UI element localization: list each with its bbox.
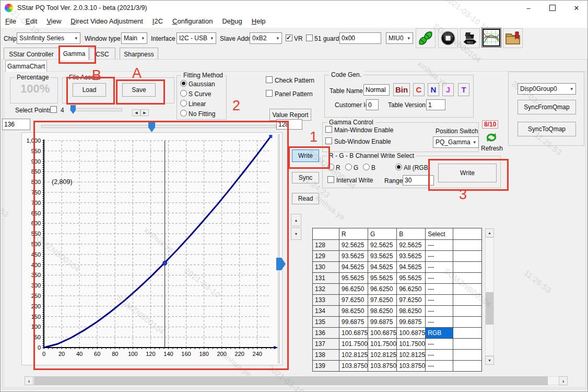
sub-window-enable-checkbox[interactable]	[325, 137, 332, 144]
value-cell[interactable]: ---	[426, 284, 453, 295]
sync-from-qmap-button[interactable]: SyncFromQmap	[518, 100, 576, 114]
load-button[interactable]: Load	[73, 83, 106, 97]
tab-gamma[interactable]: Gamma	[60, 47, 89, 60]
value-cell[interactable]	[453, 361, 482, 372]
value-cell[interactable]	[453, 328, 482, 339]
menu-item-debug[interactable]: Debug	[217, 15, 246, 28]
value-cell[interactable]: 100.6875	[397, 328, 426, 339]
table-row[interactable]: 13599.687599.687599.6875---	[313, 317, 482, 328]
table-row[interactable]: 136100.6875100.6875100.6875RGB	[313, 328, 482, 339]
row-index-cell[interactable]: 131	[313, 273, 339, 284]
value-cell[interactable]	[453, 350, 482, 361]
value-cell[interactable]: 99.6875	[397, 317, 426, 328]
value-cell[interactable]: ---	[426, 361, 453, 372]
menu-item-view[interactable]: View	[42, 15, 66, 28]
range-input[interactable]	[403, 175, 434, 186]
value-cell[interactable]	[453, 317, 482, 328]
value-cell[interactable]	[453, 273, 482, 284]
table-row[interactable]: 13397.625097.625097.6250---	[313, 295, 482, 306]
value-cell[interactable]: 100.6875	[368, 328, 397, 339]
minimize-button[interactable]: –	[516, 1, 540, 15]
vr-checkbox[interactable]	[286, 34, 292, 41]
fitting-radio-s-curve[interactable]	[180, 90, 187, 97]
close-button[interactable]: ✕	[565, 1, 588, 15]
value-cell[interactable]: 93.5625	[397, 251, 426, 262]
row-index-cell[interactable]: 138	[313, 350, 339, 361]
disp-group-select[interactable]: Disp0Group0▾	[518, 83, 576, 95]
save-button[interactable]: Save	[122, 83, 156, 97]
value-cell[interactable]: 97.6250	[397, 295, 426, 306]
check-pattern-checkbox[interactable]	[266, 76, 273, 83]
bottom-scrollbar-thumb[interactable]	[34, 376, 548, 385]
tab-gammachart[interactable]: GammaChart	[5, 60, 47, 72]
table-row[interactable]: 13195.562595.562595.5625---	[313, 273, 482, 284]
table-row[interactable]: 13498.625098.625098.6250---	[313, 306, 482, 317]
points-right-arrow-button[interactable]: ▶	[140, 109, 149, 116]
value-cell[interactable]: ---	[426, 251, 453, 262]
value-cell[interactable]: 103.8750	[368, 361, 397, 372]
value-cell[interactable]: 99.6875	[368, 317, 397, 328]
value-cell[interactable]: 103.8750	[339, 361, 368, 372]
value-cell[interactable]: 98.6250	[368, 306, 397, 317]
interval-write-checkbox[interactable]	[327, 176, 334, 183]
value-cell[interactable]	[453, 284, 482, 295]
codegen-c-button[interactable]: C	[413, 83, 425, 96]
select-points-checkbox[interactable]	[50, 106, 57, 113]
miu-select[interactable]: MIU0▾	[386, 32, 413, 44]
main-window-enable-checkbox[interactable]	[325, 126, 332, 133]
value-cell[interactable]: 92.5625	[339, 240, 368, 251]
gamma-chart[interactable]: 0501001502002503003504004505005506006507…	[21, 132, 283, 365]
value-cell[interactable]	[453, 240, 482, 251]
maximize-button[interactable]	[540, 1, 565, 15]
value-cell[interactable]: 97.6250	[339, 295, 368, 306]
tab-sstar-controller[interactable]: SStar Controller	[4, 48, 59, 60]
row-index-cell[interactable]: 137	[313, 339, 339, 350]
menu-item-file[interactable]: File	[1, 15, 21, 28]
read-button[interactable]: Read	[292, 193, 319, 204]
value-cell[interactable]: ---	[426, 339, 453, 350]
value-cell[interactable]: ---	[426, 317, 453, 328]
value-cell[interactable]: 101.7500	[339, 339, 368, 350]
scroll-right-button[interactable]: ›	[559, 376, 568, 385]
value-cell[interactable]: 93.5625	[339, 251, 368, 262]
chart-left-value[interactable]	[2, 119, 30, 130]
table-row[interactable]: 13296.625096.625096.6250---	[313, 284, 482, 295]
value-cell[interactable]: 95.5625	[339, 273, 368, 284]
codegen-bin-button[interactable]: Bin	[393, 83, 410, 96]
row-index-cell[interactable]: 136	[313, 328, 339, 339]
table-row[interactable]: 139103.8750103.8750103.8750---	[313, 361, 482, 372]
table-row[interactable]: 138102.8125102.8125102.8125---	[313, 350, 482, 361]
scroll-left-button[interactable]: ‹	[25, 376, 33, 385]
value-cell[interactable]: 94.5625	[368, 262, 397, 273]
value-cell[interactable]: ---	[426, 273, 453, 284]
row-index-cell[interactable]: 130	[313, 262, 339, 273]
table-scroll-up-button[interactable]: ▲	[485, 228, 494, 237]
codegen-n-button[interactable]: N	[428, 83, 439, 96]
codegen-t-button[interactable]: T	[458, 83, 469, 96]
value-cell[interactable]: ---	[426, 350, 453, 361]
value-cell[interactable]: 95.5625	[397, 273, 426, 284]
codegen-j-button[interactable]: J	[442, 83, 454, 96]
menu-item-i2c[interactable]: I2C	[148, 15, 168, 28]
table-name-input[interactable]	[363, 84, 390, 96]
customer-id-input[interactable]	[366, 99, 379, 110]
table-scrollbar-thumb[interactable]	[486, 292, 493, 325]
table-row[interactable]: 13094.562594.562594.5625---	[313, 262, 482, 273]
refresh-button[interactable]	[485, 131, 498, 144]
select-points-slider-track[interactable]	[70, 108, 122, 111]
panel-pattern-checkbox[interactable]	[266, 90, 273, 97]
table-row[interactable]: 12993.562593.562593.5625---	[313, 251, 482, 262]
row-index-cell[interactable]: 128	[313, 240, 339, 251]
row-index-cell[interactable]: 132	[313, 284, 339, 295]
row-index-cell[interactable]: 129	[313, 251, 339, 262]
value-cell[interactable]: ---	[426, 240, 453, 251]
menu-item-configuration[interactable]: Configuration	[168, 15, 217, 28]
row-index-cell[interactable]: 139	[313, 361, 339, 372]
chart-top-slider-track[interactable]	[41, 125, 276, 128]
row-index-cell[interactable]: 135	[313, 317, 339, 328]
fitting-radio-no-fitting[interactable]	[180, 110, 187, 117]
row-index-cell[interactable]: 133	[313, 295, 339, 306]
value-cell[interactable]: 92.5625	[368, 240, 397, 251]
value-cell[interactable]: 101.7500	[397, 339, 426, 350]
menu-item-help[interactable]: Help	[247, 15, 271, 28]
